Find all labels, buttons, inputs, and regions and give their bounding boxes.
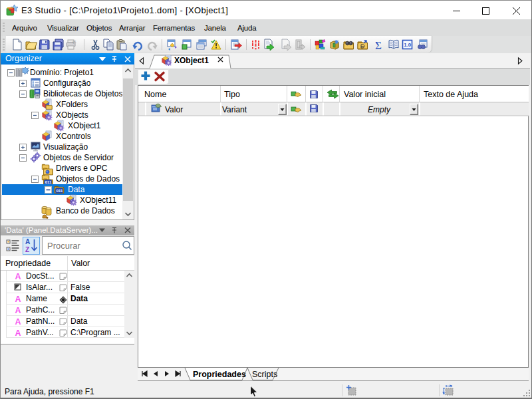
svg-text:Tipo: Tipo	[224, 90, 240, 99]
svg-text:Valor inicial: Valor inicial	[344, 90, 386, 99]
svg-text:Σ: Σ	[375, 39, 382, 51]
svg-text:1.0: 1.0	[404, 42, 412, 48]
svg-text:Scripts: Scripts	[252, 370, 277, 379]
svg-text:011: 011	[57, 189, 63, 193]
svg-text:(5: (5	[72, 40, 76, 44]
svg-text:Z: Z	[25, 246, 29, 253]
svg-text:A: A	[15, 317, 21, 327]
svg-text:A: A	[25, 238, 30, 245]
svg-text:A: A	[15, 329, 21, 338]
svg-text:A: A	[15, 295, 21, 304]
svg-text:011: 011	[45, 180, 52, 184]
svg-text:Nome: Nome	[144, 90, 166, 99]
svg-text:A: A	[15, 306, 21, 315]
svg-text:A: A	[15, 272, 21, 281]
svg-text:Propriedades: Propriedades	[193, 370, 246, 379]
svg-text:Texto de Ajuda: Texto de Ajuda	[424, 90, 478, 99]
